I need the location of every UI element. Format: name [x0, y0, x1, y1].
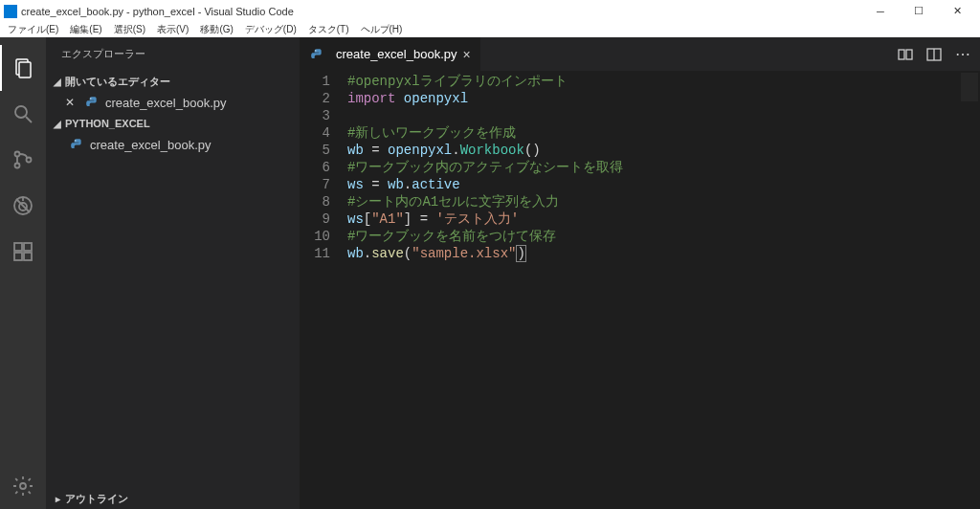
line-number-gutter: 1234567891011	[300, 71, 347, 509]
line-number: 6	[300, 159, 330, 176]
line-number: 5	[300, 142, 330, 159]
svg-rect-14	[24, 243, 32, 251]
svg-rect-12	[14, 253, 22, 260]
code-content[interactable]: #openpyxlライブラリのインポートimport openpyxl#新しいワ…	[347, 71, 937, 509]
chevron-down-icon: ◢	[50, 77, 65, 87]
tab-bar: create_excel_book.py × ⋯	[300, 37, 980, 71]
chevron-right-icon: ▸	[50, 494, 65, 504]
svg-rect-1	[19, 62, 31, 77]
tab-create-excel-book[interactable]: create_excel_book.py ×	[300, 37, 480, 71]
code-line[interactable]: #ワークブック内のアクティブなシートを取得	[347, 159, 937, 176]
svg-line-3	[26, 117, 32, 122]
minimap[interactable]	[937, 71, 980, 509]
window-controls: ─ ☐ ✕	[861, 0, 976, 22]
menu-bar: ファイル(E)編集(E)選択(S)表示(V)移動(G)デバッグ(D)タスク(T)…	[0, 22, 980, 37]
code-line[interactable]: #新しいワークブックを作成	[347, 124, 937, 142]
line-number: 4	[300, 124, 330, 142]
svg-point-16	[90, 98, 91, 99]
svg-point-5	[15, 164, 20, 168]
activity-bar	[0, 37, 46, 509]
line-number: 3	[300, 107, 330, 124]
line-number: 11	[300, 245, 330, 262]
line-number: 7	[300, 176, 330, 193]
menu-item[interactable]: 編集(E)	[66, 23, 105, 36]
menu-item[interactable]: ファイル(E)	[4, 23, 62, 36]
svg-rect-20	[906, 50, 912, 59]
code-line[interactable]: ws = wb.active	[347, 176, 937, 193]
code-line[interactable]: wb.save("sample.xlsx")	[347, 245, 937, 262]
svg-rect-13	[24, 253, 32, 260]
menu-item[interactable]: 表示(V)	[153, 23, 192, 36]
line-number: 8	[300, 193, 330, 210]
tab-close-icon[interactable]: ×	[462, 47, 470, 62]
code-line[interactable]: #シート内のA1セルに文字列を入力	[347, 193, 937, 210]
python-file-icon	[84, 95, 100, 110]
open-editor-filename: create_excel_book.py	[105, 96, 226, 110]
code-line[interactable]: ws["A1"] = 'テスト入力'	[347, 210, 937, 228]
vscode-icon	[4, 5, 17, 18]
code-line[interactable]: import openpyxl	[347, 90, 937, 107]
source-control-icon[interactable]	[0, 137, 46, 183]
menu-item[interactable]: デバッグ(D)	[241, 23, 301, 36]
editor-area: create_excel_book.py × ⋯ 1234567891011 #…	[300, 37, 980, 509]
python-file-icon	[309, 47, 324, 62]
outline-label: アウトライン	[65, 492, 128, 506]
workspace-header[interactable]: ◢ PYTHON_EXCEL	[46, 113, 300, 134]
line-number: 2	[300, 90, 330, 107]
search-icon[interactable]	[0, 91, 46, 137]
sidebar: エクスプローラー ◢ 開いているエディター ✕ create_excel_boo…	[46, 37, 300, 509]
svg-point-17	[75, 140, 76, 141]
settings-gear-icon[interactable]	[0, 463, 46, 509]
tab-label: create_excel_book.py	[336, 47, 457, 61]
open-editors-header[interactable]: ◢ 開いているエディター	[46, 71, 300, 92]
svg-rect-11	[14, 243, 22, 251]
code-line[interactable]	[347, 107, 937, 124]
svg-point-15	[20, 483, 26, 489]
close-button[interactable]: ✕	[938, 0, 976, 22]
open-editors-label: 開いているエディター	[65, 75, 170, 89]
menu-item[interactable]: タスク(T)	[304, 23, 353, 36]
window-title: create_excel_book.py - python_excel - Vi…	[21, 6, 861, 17]
svg-point-4	[15, 152, 20, 157]
line-number: 1	[300, 73, 330, 90]
svg-point-2	[15, 106, 27, 118]
title-bar: create_excel_book.py - python_excel - Vi…	[0, 0, 980, 22]
minimap-viewport[interactable]	[961, 73, 978, 101]
svg-rect-19	[899, 50, 904, 59]
explorer-icon[interactable]	[0, 45, 46, 91]
minimize-button[interactable]: ─	[861, 0, 900, 22]
sidebar-title: エクスプローラー	[46, 37, 300, 71]
code-line[interactable]: #ワークブックを名前をつけて保存	[347, 228, 937, 245]
split-editor-icon[interactable]	[926, 47, 942, 62]
debug-icon[interactable]	[0, 183, 46, 229]
menu-item[interactable]: 選択(S)	[110, 23, 149, 36]
workspace-file-item[interactable]: create_excel_book.py	[46, 134, 300, 155]
line-number: 10	[300, 228, 330, 245]
outline-header[interactable]: ▸ アウトライン	[46, 488, 300, 509]
workspace-filename: create_excel_book.py	[90, 138, 211, 152]
close-icon[interactable]: ✕	[65, 96, 80, 109]
line-number: 9	[300, 210, 330, 228]
code-line[interactable]: #openpyxlライブラリのインポート	[347, 73, 937, 90]
open-editor-item[interactable]: ✕ create_excel_book.py	[46, 92, 300, 113]
python-file-icon	[69, 137, 84, 152]
code-editor[interactable]: 1234567891011 #openpyxlライブラリのインポートimport…	[300, 71, 980, 509]
maximize-button[interactable]: ☐	[900, 0, 938, 22]
code-line[interactable]: wb = openpyxl.Workbook()	[347, 142, 937, 159]
extensions-icon[interactable]	[0, 229, 46, 275]
svg-point-6	[27, 158, 32, 163]
workspace-label: PYTHON_EXCEL	[65, 118, 150, 129]
chevron-down-icon: ◢	[50, 119, 65, 129]
svg-point-18	[315, 50, 316, 51]
menu-item[interactable]: ヘルプ(H)	[357, 23, 407, 36]
more-actions-icon[interactable]: ⋯	[955, 45, 970, 63]
menu-item[interactable]: 移動(G)	[196, 23, 236, 36]
compare-changes-icon[interactable]	[898, 47, 913, 62]
